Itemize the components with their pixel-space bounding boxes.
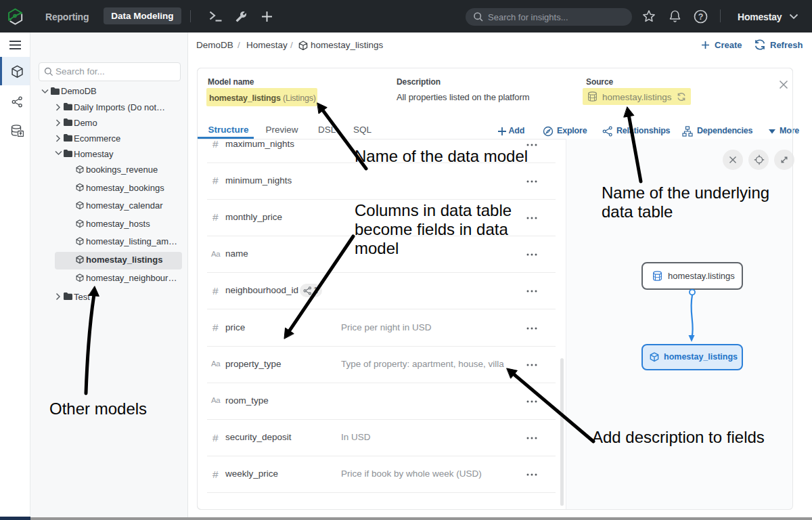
svg-text:?: ?	[698, 12, 704, 22]
